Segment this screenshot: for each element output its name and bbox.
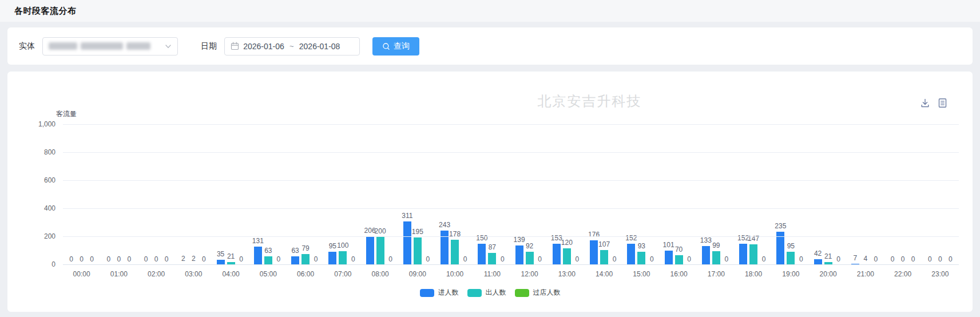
bar-value-label: 95 xyxy=(787,242,795,250)
x-axis-tick-label: 02:00 xyxy=(138,270,175,278)
bar-value-label: 92 xyxy=(526,242,533,250)
bar-series-2[interactable]: 120 xyxy=(563,248,571,265)
bar-series-2[interactable]: 87 xyxy=(488,253,496,265)
bar-value-label: 0 xyxy=(928,255,932,263)
bar-series-2[interactable]: 99 xyxy=(712,251,720,265)
bar-series-1[interactable]: 133 xyxy=(702,246,710,265)
bar-value-label: 35 xyxy=(217,250,224,258)
bar-series-1[interactable]: 176 xyxy=(590,240,598,265)
date-start-input[interactable]: 2026-01-06 xyxy=(239,42,288,51)
bar-value-label: 0 xyxy=(80,255,84,263)
bar-series-1[interactable]: 139 xyxy=(515,245,523,265)
entity-select[interactable] xyxy=(42,37,178,56)
x-axis-tick-label: 10:00 xyxy=(437,270,474,278)
bar-series-1[interactable]: 311 xyxy=(403,221,411,265)
bar-value-label: 7 xyxy=(854,254,858,262)
bar-series-1[interactable]: 206 xyxy=(366,236,374,265)
y-axis-tick-label: 0 xyxy=(51,260,55,268)
bar-group: 13399017:00 xyxy=(697,125,735,265)
legend-label: 过店人数 xyxy=(533,288,561,298)
legend-label: 进人数 xyxy=(438,288,459,298)
date-label: 日期 xyxy=(201,41,217,51)
x-axis-tick-label: 01:00 xyxy=(100,270,137,278)
bar-value-label: 63 xyxy=(291,247,299,255)
bar-series-2[interactable]: 95 xyxy=(787,252,795,265)
bar-series-1[interactable]: 152 xyxy=(627,244,635,265)
page-title: 各时段客流分布 xyxy=(14,6,77,17)
legend-swatch xyxy=(420,289,434,297)
bar-series-2[interactable]: 200 xyxy=(376,237,384,265)
x-axis-tick-label: 15:00 xyxy=(623,270,660,278)
bar-value-label: 235 xyxy=(775,222,786,230)
x-axis-tick-label: 06:00 xyxy=(287,270,324,278)
bar-group: 15087011:00 xyxy=(474,125,511,265)
bar-group: 10170016:00 xyxy=(660,125,697,265)
bar-series-2[interactable]: 100 xyxy=(339,251,347,266)
bar-value-label: 0 xyxy=(314,255,318,263)
bar-series-1[interactable]: 235 xyxy=(776,232,784,265)
bar-value-label: 139 xyxy=(514,236,525,244)
date-end-input[interactable]: 2026-01-08 xyxy=(295,42,344,51)
redacted-text-block xyxy=(126,42,150,50)
bar-group: 311195009:00 xyxy=(399,125,436,265)
bar-value-label: 0 xyxy=(388,255,392,263)
bar-series-1[interactable]: 95 xyxy=(328,252,336,265)
bar-value-label: 0 xyxy=(938,255,942,263)
data-view-icon[interactable] xyxy=(938,98,947,108)
bar-series-1[interactable]: 152 xyxy=(739,244,747,265)
bar-series-1[interactable]: 150 xyxy=(478,244,486,265)
bar-group: 00002:00 xyxy=(138,125,175,265)
bar-value-label: 0 xyxy=(911,255,915,263)
bar-series-1[interactable]: 101 xyxy=(665,251,673,265)
bar-value-label: 0 xyxy=(874,255,878,263)
date-range-picker[interactable]: 2026-01-06 ~ 2026-01-08 xyxy=(224,37,360,56)
bar-value-label: 0 xyxy=(202,255,206,263)
bar-value-label: 99 xyxy=(712,241,720,249)
bar-series-1[interactable]: 131 xyxy=(254,247,262,265)
download-icon[interactable] xyxy=(920,98,930,108)
bar-series-2[interactable]: 79 xyxy=(301,254,310,265)
bar-value-label: 0 xyxy=(891,255,895,263)
x-axis-tick-label: 11:00 xyxy=(474,270,511,278)
query-button[interactable]: 查询 xyxy=(372,37,419,56)
entity-label: 实体 xyxy=(19,41,35,51)
bar-value-label: 0 xyxy=(762,255,766,263)
x-axis-tick-label: 20:00 xyxy=(810,270,847,278)
bar-group: 00023:00 xyxy=(922,125,959,265)
bar-series-2[interactable]: 63 xyxy=(264,256,272,265)
bar-series-2[interactable]: 107 xyxy=(600,250,608,265)
x-axis-tick-label: 16:00 xyxy=(660,270,697,278)
bar-series-2[interactable]: 93 xyxy=(637,252,645,265)
bar-value-label: 0 xyxy=(426,255,430,263)
x-axis-tick-label: 03:00 xyxy=(175,270,212,278)
bar-series-1[interactable]: 63 xyxy=(291,256,299,265)
redacted-text-block xyxy=(81,42,123,50)
bar-value-label: 93 xyxy=(638,242,645,250)
bar-series-2[interactable]: 70 xyxy=(675,255,683,265)
bar-value-label: 2 xyxy=(192,255,196,263)
x-axis-tick-label: 23:00 xyxy=(922,270,959,278)
bar-value-label: 21 xyxy=(824,252,832,260)
bar-value-label: 63 xyxy=(264,247,272,255)
gridline xyxy=(63,236,959,237)
bar-value-label: 0 xyxy=(949,255,953,263)
bar-series-2[interactable]: 147 xyxy=(749,244,757,265)
bar-value-label: 101 xyxy=(663,241,675,249)
bar-value-label: 0 xyxy=(576,255,580,263)
bar-value-label: 95 xyxy=(329,242,336,250)
legend-item-2[interactable]: 出人数 xyxy=(467,288,506,298)
gridline xyxy=(63,264,959,265)
bar-value-label: 0 xyxy=(501,255,505,263)
bar-value-label: 195 xyxy=(412,228,423,236)
bar-value-label: 120 xyxy=(561,239,573,247)
bar-series-1[interactable]: 153 xyxy=(553,244,561,265)
x-axis-tick-label: 00:00 xyxy=(63,270,100,278)
bar-series-2[interactable]: 178 xyxy=(451,240,459,265)
bar-value-label: 70 xyxy=(675,245,683,253)
bar-value-label: 0 xyxy=(90,255,94,263)
bar-series-2[interactable]: 92 xyxy=(526,252,534,265)
bar-series-2[interactable]: 195 xyxy=(414,237,422,265)
legend-item-1[interactable]: 进人数 xyxy=(420,288,459,298)
legend-item-3[interactable]: 过店人数 xyxy=(515,288,561,298)
x-axis-tick-label: 19:00 xyxy=(772,270,810,278)
